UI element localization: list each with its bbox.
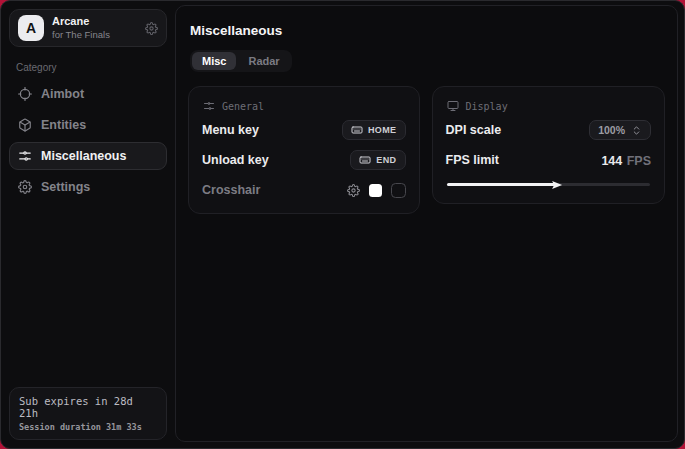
- subscription-card: Sub expires in 28d 21h Session duration …: [9, 387, 167, 440]
- dpi-scale-value: 100%: [598, 124, 625, 136]
- sidebar-item-label: Entities: [41, 118, 86, 132]
- display-card-title: Display: [466, 101, 508, 112]
- unload-key-row: Unload key END: [202, 148, 406, 172]
- chevrons-up-down-icon: [631, 125, 642, 136]
- sidebar-spacer: [9, 204, 167, 387]
- fps-limit-row: FPS limit 144 FPS: [446, 148, 651, 172]
- tab-misc[interactable]: Misc: [192, 52, 236, 70]
- display-card: Display DPI scale 100% FPS limit 144: [432, 86, 665, 204]
- menu-key-row: Menu key HOME: [202, 118, 406, 142]
- sidebar: A Arcane for The Finals Category Aimbot …: [1, 1, 175, 448]
- sidebar-item-entities[interactable]: Entities: [9, 111, 167, 139]
- sidebar-item-settings[interactable]: Settings: [9, 173, 167, 201]
- gear-icon: [18, 180, 32, 194]
- sidebar-item-label: Settings: [41, 180, 90, 194]
- general-card-header: General: [203, 100, 406, 112]
- crosshair-label: Crosshair: [202, 183, 260, 197]
- tab-radar[interactable]: Radar: [238, 52, 289, 70]
- tab-bar: Misc Radar: [190, 50, 292, 72]
- dpi-scale-label: DPI scale: [446, 123, 502, 137]
- main-panel: Miscellaneous Misc Radar General Menu ke…: [175, 5, 678, 442]
- sidebar-item-aimbot[interactable]: Aimbot: [9, 80, 167, 108]
- cube-icon: [18, 118, 32, 132]
- sidebar-item-label: Aimbot: [41, 87, 84, 101]
- menu-key-value: HOME: [368, 125, 397, 135]
- monitor-icon: [447, 100, 459, 112]
- dpi-scale-select[interactable]: 100%: [589, 120, 651, 140]
- slider-fill: [447, 183, 557, 186]
- category-label: Category: [16, 62, 160, 73]
- fps-limit-label: FPS limit: [446, 153, 499, 167]
- menu-key-label: Menu key: [202, 123, 259, 137]
- dpi-scale-row: DPI scale 100%: [446, 118, 651, 142]
- cards-row: General Menu key HOME Unload key: [188, 86, 665, 214]
- crosshair-controls: [347, 183, 406, 198]
- display-card-header: Display: [447, 100, 651, 112]
- crosshair-color-swatch[interactable]: [369, 184, 382, 197]
- sliders-icon: [18, 149, 32, 163]
- sub-expiry-text: Sub expires in 28d 21h: [19, 395, 157, 419]
- general-card-title: General: [222, 101, 264, 112]
- keyboard-icon: [351, 124, 363, 136]
- gear-icon[interactable]: [145, 22, 158, 35]
- unload-key-bind-button[interactable]: END: [350, 150, 405, 170]
- page-title: Miscellaneous: [190, 23, 665, 38]
- app-logo: A: [18, 15, 44, 41]
- fps-unit: FPS: [627, 154, 651, 168]
- fps-number: 144: [601, 154, 622, 168]
- keyboard-icon: [359, 154, 371, 166]
- sidebar-item-miscellaneous[interactable]: Miscellaneous: [9, 142, 167, 170]
- unload-key-label: Unload key: [202, 153, 269, 167]
- slider-thumb[interactable]: [552, 180, 563, 189]
- fps-limit-value: 144 FPS: [601, 151, 651, 169]
- crosshair-icon: [18, 87, 32, 101]
- app-subtitle: for The Finals: [52, 29, 137, 41]
- general-card: General Menu key HOME Unload key: [188, 86, 420, 214]
- session-duration-text: Session duration 31m 33s: [19, 422, 157, 432]
- unload-key-value: END: [376, 155, 396, 165]
- fps-limit-slider[interactable]: [447, 183, 650, 186]
- brand-card: A Arcane for The Finals: [9, 9, 167, 47]
- menu-key-bind-button[interactable]: HOME: [342, 120, 406, 140]
- gear-icon[interactable]: [347, 184, 360, 197]
- brand-text: Arcane for The Finals: [52, 15, 137, 41]
- crosshair-checkbox[interactable]: [391, 183, 406, 198]
- app-title: Arcane: [52, 15, 137, 29]
- sidebar-item-label: Miscellaneous: [41, 149, 126, 163]
- sliders-icon: [203, 100, 215, 112]
- crosshair-row: Crosshair: [202, 178, 406, 202]
- app-window: A Arcane for The Finals Category Aimbot …: [0, 0, 685, 449]
